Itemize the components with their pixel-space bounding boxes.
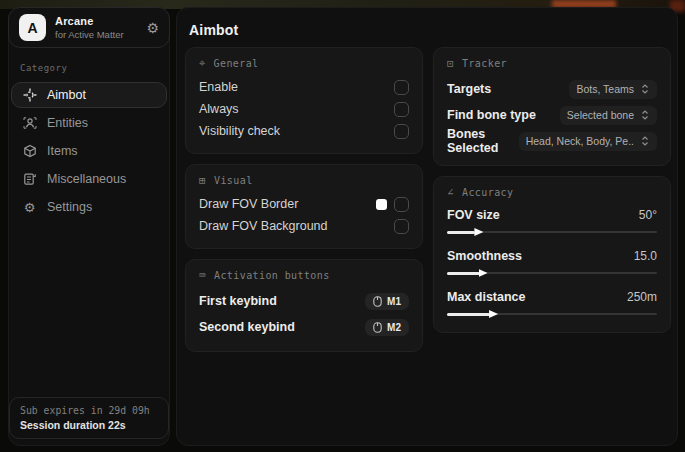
person-scan-icon bbox=[22, 116, 37, 131]
draw-fov-border-checkbox[interactable] bbox=[394, 197, 409, 212]
sidebar-item-items[interactable]: Items bbox=[11, 138, 167, 164]
tracker-icon: ⊡ bbox=[447, 58, 454, 69]
card-activation-buttons: ⌨ Activation buttons First keybind M1 Se… bbox=[185, 259, 423, 352]
settings-gear-icon[interactable]: ⚙ bbox=[146, 21, 159, 35]
setting-row-fov-size: FOV size 50° bbox=[447, 205, 657, 237]
sidebar-item-aimbot[interactable]: Aimbot bbox=[11, 82, 167, 108]
sidebar-item-label: Miscellaneous bbox=[47, 172, 126, 186]
enable-checkbox[interactable] bbox=[394, 80, 409, 95]
setting-row-smoothness: Smoothness 15.0 bbox=[447, 246, 657, 278]
card-general: ⌖ General Enable Always Visibility check bbox=[185, 47, 423, 154]
sidebar-item-label: Settings bbox=[47, 200, 92, 214]
setting-row-bones-selected: Bones Selected Head, Neck, Body, Pe.. bbox=[447, 128, 657, 154]
brand-logo: A bbox=[19, 14, 46, 41]
card-title: Tracker bbox=[462, 58, 507, 69]
select-arrows-icon bbox=[640, 109, 650, 121]
dropdown-value: Bots, Teams bbox=[576, 83, 634, 95]
dropdown-value: Head, Neck, Body, Pe.. bbox=[526, 135, 634, 147]
setting-row-draw-fov-background: Draw FOV Background bbox=[199, 215, 409, 237]
card-title: Accuracy bbox=[462, 187, 513, 198]
slider-thumb[interactable] bbox=[474, 228, 483, 236]
sidebar-item-label: Items bbox=[47, 144, 78, 158]
setting-row-find-bone-type: Find bone type Selected bone bbox=[447, 102, 657, 128]
crosshair-icon bbox=[22, 88, 37, 103]
smoothness-slider[interactable] bbox=[447, 268, 657, 278]
right-column: ⊡ Tracker Targets Bots, Teams Find bone … bbox=[433, 47, 671, 343]
draw-fov-background-checkbox[interactable] bbox=[394, 219, 409, 234]
brand-name: Arcane bbox=[55, 15, 124, 27]
sidebar: A Arcane for Active Matter ⚙ Category Ai… bbox=[8, 7, 170, 446]
select-arrows-icon bbox=[640, 135, 650, 147]
brand-text: Arcane for Active Matter bbox=[55, 15, 124, 40]
max-distance-value: 250m bbox=[627, 290, 657, 304]
gear-icon: ⚙ bbox=[22, 200, 37, 215]
slider-thumb[interactable] bbox=[489, 310, 498, 318]
card-tracker-header: ⊡ Tracker bbox=[447, 58, 657, 69]
brand-card: A Arcane for Active Matter ⚙ bbox=[8, 7, 170, 48]
list-icon bbox=[22, 172, 37, 187]
session-duration-text: Session duration 22s bbox=[20, 419, 158, 431]
max-distance-slider[interactable] bbox=[447, 309, 657, 319]
first-keybind-button[interactable]: M1 bbox=[365, 293, 409, 310]
dropdown-value: Selected bone bbox=[567, 109, 634, 121]
left-column: ⌖ General Enable Always Visibility check… bbox=[185, 47, 423, 362]
category-label: Category bbox=[20, 63, 169, 73]
bones-selected-dropdown[interactable]: Head, Neck, Body, Pe.. bbox=[519, 132, 657, 151]
fov-size-slider[interactable] bbox=[447, 227, 657, 237]
main-panel: Aimbot ⌖ General Enable Always Visibilit… bbox=[176, 7, 678, 446]
page-title: Aimbot bbox=[189, 22, 677, 38]
visibility-check-checkbox[interactable] bbox=[394, 124, 409, 139]
select-arrows-icon bbox=[640, 83, 650, 95]
fov-border-color-swatch[interactable] bbox=[376, 199, 387, 210]
card-general-header: ⌖ General bbox=[199, 58, 409, 69]
card-visual: ⊞ Visual Draw FOV Border Draw FOV Backgr… bbox=[185, 164, 423, 249]
card-title: Activation buttons bbox=[214, 270, 330, 281]
setting-row-max-distance: Max distance 250m bbox=[447, 287, 657, 319]
setting-row-first-keybind: First keybind M1 bbox=[199, 288, 409, 314]
setting-row-targets: Targets Bots, Teams bbox=[447, 76, 657, 102]
keybind-value: M1 bbox=[387, 296, 401, 307]
sidebar-item-label: Entities bbox=[47, 116, 88, 130]
setting-row-always: Always bbox=[199, 98, 409, 120]
mouse-icon bbox=[373, 322, 382, 333]
sidebar-item-miscellaneous[interactable]: Miscellaneous bbox=[11, 166, 167, 192]
cube-icon bbox=[22, 144, 37, 159]
setting-row-visibility-check: Visibility check bbox=[199, 120, 409, 142]
setting-row-second-keybind: Second keybind M2 bbox=[199, 314, 409, 340]
subscription-info-box: Sub expires in 29d 09h Session duration … bbox=[9, 397, 169, 439]
card-accuracy-header: ∠ Accuracy bbox=[447, 187, 657, 198]
sidebar-item-entities[interactable]: Entities bbox=[11, 110, 167, 136]
grid-icon: ⊞ bbox=[199, 175, 206, 186]
card-accuracy: ∠ Accuracy FOV size 50° Smoothness 15.0 bbox=[433, 176, 671, 333]
brand-subtitle: for Active Matter bbox=[55, 29, 124, 40]
slider-thumb[interactable] bbox=[479, 269, 488, 277]
keyboard-icon: ⌨ bbox=[199, 270, 206, 281]
keybind-value: M2 bbox=[387, 322, 401, 333]
targets-dropdown[interactable]: Bots, Teams bbox=[569, 80, 657, 99]
card-tracker: ⊡ Tracker Targets Bots, Teams Find bone … bbox=[433, 47, 671, 166]
mouse-icon bbox=[373, 296, 382, 307]
sidebar-item-settings[interactable]: ⚙ Settings bbox=[11, 194, 167, 220]
setting-row-enable: Enable bbox=[199, 76, 409, 98]
target-icon: ⌖ bbox=[199, 58, 206, 69]
smoothness-value: 15.0 bbox=[634, 249, 657, 263]
card-title: General bbox=[214, 58, 259, 69]
fov-size-value: 50° bbox=[639, 208, 657, 222]
setting-row-draw-fov-border: Draw FOV Border bbox=[199, 193, 409, 215]
second-keybind-button[interactable]: M2 bbox=[365, 319, 409, 336]
find-bone-type-dropdown[interactable]: Selected bone bbox=[560, 106, 657, 125]
angle-icon: ∠ bbox=[447, 187, 454, 198]
sidebar-item-label: Aimbot bbox=[47, 88, 86, 102]
brand-logo-letter: A bbox=[27, 20, 37, 36]
card-visual-header: ⊞ Visual bbox=[199, 175, 409, 186]
card-title: Visual bbox=[214, 175, 253, 186]
always-checkbox[interactable] bbox=[394, 102, 409, 117]
sub-expires-text: Sub expires in 29d 09h bbox=[20, 405, 158, 416]
card-activation-header: ⌨ Activation buttons bbox=[199, 270, 409, 281]
